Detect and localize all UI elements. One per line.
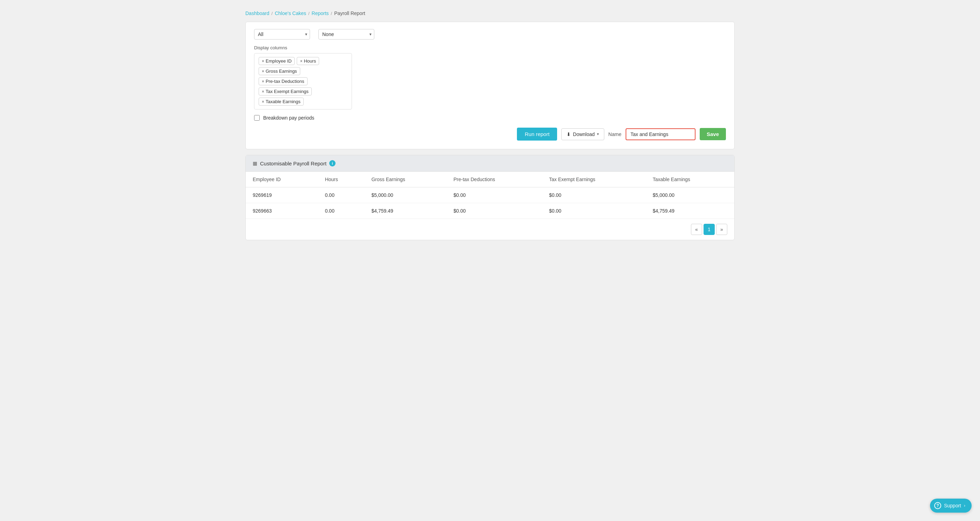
tag-employee-id-label: Employee ID <box>266 58 291 64</box>
config-card: All ▾ None ▾ Display columns × Employee … <box>245 22 735 149</box>
cell-pretax-deductions: $0.00 <box>446 187 542 203</box>
cell-employee-id: 9269619 <box>246 187 318 203</box>
tag-pre-tax-remove[interactable]: × <box>262 80 264 84</box>
report-title: Customisable Payroll Report <box>260 161 326 166</box>
cell-gross-earnings: $5,000.00 <box>364 187 447 203</box>
cell-tax-exempt-earnings: $0.00 <box>542 203 646 219</box>
breadcrumb-sep-1: / <box>272 11 273 16</box>
filter-1-wrapper: All ▾ <box>254 29 310 40</box>
report-table: Employee ID Hours Gross Earnings Pre-tax… <box>246 172 734 219</box>
report-header: ▦ Customisable Payroll Report i <box>246 155 734 172</box>
support-icon: ? <box>934 502 941 509</box>
tag-tax-exempt-remove[interactable]: × <box>262 89 264 94</box>
tag-hours-remove[interactable]: × <box>300 59 302 63</box>
filter-1-select[interactable]: All <box>254 29 310 40</box>
filter-2-select[interactable]: None <box>318 29 374 40</box>
breadcrumb: Dashboard / Chloe's Cakes / Reports / Pa… <box>245 7 735 22</box>
pagination-next[interactable]: » <box>716 224 727 235</box>
tag-employee-id-remove[interactable]: × <box>262 59 264 63</box>
tag-pre-tax-deductions[interactable]: × Pre-tax Deductions <box>259 77 307 85</box>
cell-pretax-deductions: $0.00 <box>446 203 542 219</box>
download-icon: ⬇ <box>566 131 571 137</box>
cell-taxable-earnings: $4,759.49 <box>646 203 734 219</box>
report-section: ▦ Customisable Payroll Report i Employee… <box>245 155 735 240</box>
table-row: 9269663 0.00 $4,759.49 $0.00 $0.00 $4,75… <box>246 203 734 219</box>
tag-tax-exempt-label: Tax Exempt Earnings <box>266 89 309 94</box>
col-header-employee-id: Employee ID <box>246 172 318 187</box>
col-header-taxable-earnings: Taxable Earnings <box>646 172 734 187</box>
col-header-pretax-deductions: Pre-tax Deductions <box>446 172 542 187</box>
download-chevron-icon: ▾ <box>597 132 599 136</box>
pagination: « 1 » <box>246 219 734 240</box>
support-arrow-icon: › <box>964 503 965 508</box>
tag-hours[interactable]: × Hours <box>297 57 319 65</box>
tag-taxable-remove[interactable]: × <box>262 100 264 104</box>
actions-row: Run report ⬇ Download ▾ Name Save <box>254 127 726 140</box>
filters-row: All ▾ None ▾ <box>254 29 726 40</box>
col-header-hours: Hours <box>318 172 364 187</box>
display-columns-section: Display columns × Employee ID × Hours × … <box>254 45 726 110</box>
info-icon[interactable]: i <box>329 160 336 166</box>
report-name-input[interactable] <box>625 128 695 140</box>
tag-gross-earnings-remove[interactable]: × <box>262 69 264 73</box>
cell-gross-earnings: $4,759.49 <box>364 203 447 219</box>
breakdown-checkbox[interactable] <box>254 115 260 121</box>
support-button[interactable]: ? Support › <box>930 499 972 513</box>
cell-hours: 0.00 <box>318 187 364 203</box>
tag-hours-label: Hours <box>304 58 316 64</box>
cell-tax-exempt-earnings: $0.00 <box>542 187 646 203</box>
report-icon: ▦ <box>253 161 257 166</box>
save-button[interactable]: Save <box>700 128 726 140</box>
display-columns-label: Display columns <box>254 45 726 50</box>
cell-taxable-earnings: $5,000.00 <box>646 187 734 203</box>
run-report-button[interactable]: Run report <box>517 127 557 140</box>
breadcrumb-sep-2: / <box>308 11 310 16</box>
cell-employee-id: 9269663 <box>246 203 318 219</box>
breakdown-row: Breakdown pay periods <box>254 115 726 121</box>
tag-gross-earnings-label: Gross Earnings <box>266 69 297 74</box>
support-label: Support <box>944 503 961 508</box>
table-header-row: Employee ID Hours Gross Earnings Pre-tax… <box>246 172 734 187</box>
table-row: 9269619 0.00 $5,000.00 $0.00 $0.00 $5,00… <box>246 187 734 203</box>
tag-employee-id[interactable]: × Employee ID <box>259 57 294 65</box>
tag-taxable-earnings[interactable]: × Taxable Earnings <box>259 97 304 105</box>
name-label: Name <box>608 131 621 137</box>
tag-tax-exempt-earnings[interactable]: × Tax Exempt Earnings <box>259 88 312 96</box>
pagination-page-1[interactable]: 1 <box>703 224 715 235</box>
cell-hours: 0.00 <box>318 203 364 219</box>
col-header-tax-exempt-earnings: Tax Exempt Earnings <box>542 172 646 187</box>
download-button[interactable]: ⬇ Download ▾ <box>561 128 604 140</box>
breadcrumb-sep-3: / <box>331 11 332 16</box>
breadcrumb-company[interactable]: Chloe's Cakes <box>275 11 306 16</box>
pagination-prev[interactable]: « <box>691 224 702 235</box>
download-label: Download <box>573 131 595 137</box>
col-header-gross-earnings: Gross Earnings <box>364 172 447 187</box>
filter-2-wrapper: None ▾ <box>318 29 374 40</box>
tag-gross-earnings[interactable]: × Gross Earnings <box>259 67 300 75</box>
tag-pre-tax-label: Pre-tax Deductions <box>266 79 304 84</box>
breadcrumb-reports[interactable]: Reports <box>312 11 329 16</box>
breakdown-label[interactable]: Breakdown pay periods <box>263 115 314 121</box>
columns-box: × Employee ID × Hours × Gross Earnings ×… <box>254 53 352 110</box>
tag-taxable-label: Taxable Earnings <box>266 99 301 104</box>
breadcrumb-dashboard[interactable]: Dashboard <box>245 11 269 16</box>
breadcrumb-current: Payroll Report <box>334 11 365 16</box>
